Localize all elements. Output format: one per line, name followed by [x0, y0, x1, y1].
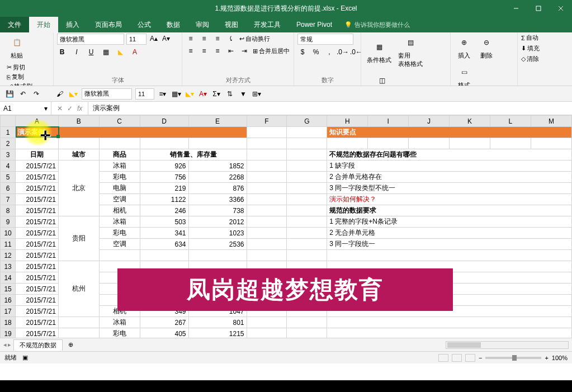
row-header-11[interactable]: 11: [1, 239, 16, 250]
format-painter-button[interactable]: 🖌格式刷: [7, 82, 32, 86]
align-middle-icon[interactable]: ≡: [199, 34, 209, 44]
cell-C3[interactable]: 商品: [99, 149, 140, 160]
cell-G3[interactable]: [287, 149, 327, 160]
cell-B9[interactable]: 贵阳: [58, 216, 99, 261]
paste-button[interactable]: 📋 粘贴: [7, 34, 27, 61]
cell-H2[interactable]: [327, 138, 368, 149]
cell-F10[interactable]: [247, 228, 287, 239]
align-bottom-icon[interactable]: ≡: [212, 34, 223, 44]
minimize-button[interactable]: [505, 0, 527, 17]
cell-E11[interactable]: 2536: [188, 239, 247, 250]
cell-E4[interactable]: 1852: [188, 160, 247, 172]
qat-font-select[interactable]: 微软雅黑: [82, 88, 132, 100]
tab-insert[interactable]: 插入: [58, 17, 87, 32]
zoom-in-icon[interactable]: +: [545, 355, 548, 361]
cell-M2[interactable]: [531, 138, 571, 149]
cell-D9[interactable]: 503: [140, 216, 188, 228]
cell-A3[interactable]: 日期: [16, 149, 59, 160]
row-header-9[interactable]: 9: [1, 216, 16, 228]
col-header-L[interactable]: L: [490, 116, 531, 127]
comma-icon[interactable]: ,: [324, 47, 334, 57]
zoom-level[interactable]: 100%: [552, 355, 568, 361]
row-header-15[interactable]: 15: [1, 284, 16, 295]
cell-D3[interactable]: 销售量、库存量: [140, 149, 247, 160]
sheet-tab-1[interactable]: 不规范的数据: [13, 339, 63, 351]
row-header-16[interactable]: 16: [1, 295, 16, 306]
tab-data[interactable]: 数据: [159, 17, 188, 32]
cell-C11[interactable]: 空调: [99, 239, 140, 250]
merge-button[interactable]: ⊞合并后居中: [253, 46, 290, 56]
cell-F5[interactable]: [247, 172, 287, 183]
cell-A1[interactable]: 演示案例: [16, 127, 247, 138]
col-header-B[interactable]: B: [58, 116, 99, 127]
tab-view[interactable]: 视图: [217, 17, 246, 32]
cell-G18[interactable]: [287, 317, 327, 328]
col-header-M[interactable]: M: [531, 116, 571, 127]
accept-formula-icon[interactable]: ✓: [67, 105, 73, 112]
col-header-C[interactable]: C: [99, 116, 140, 127]
cell-F3[interactable]: [247, 149, 287, 160]
align-center-icon[interactable]: ≡: [199, 46, 209, 56]
cell-C19[interactable]: 彩电: [99, 328, 140, 338]
cell-H9[interactable]: 1 完整的字段+N条记录: [327, 216, 572, 228]
number-format-select[interactable]: 常规: [297, 34, 353, 45]
cell-E6[interactable]: 876: [188, 183, 247, 194]
border-icon[interactable]: ▦▾: [171, 89, 181, 99]
cell-D2[interactable]: [140, 138, 188, 149]
cell-F18[interactable]: [247, 317, 287, 328]
cell-E18[interactable]: 801: [188, 317, 247, 328]
merge-icon[interactable]: ⊞▾: [252, 89, 262, 99]
cell-A16[interactable]: 2015/7/21: [16, 295, 59, 306]
cell-F1[interactable]: [247, 127, 287, 138]
underline-button[interactable]: U: [86, 47, 96, 57]
cell-H3[interactable]: 不规范的数据存在问题有哪些: [327, 149, 572, 160]
cancel-formula-icon[interactable]: ✕: [57, 105, 63, 112]
cell-D4[interactable]: 926: [140, 160, 188, 172]
cell-A10[interactable]: 2015/7/21: [16, 228, 59, 239]
row-header-19[interactable]: 19: [1, 328, 16, 338]
tab-home[interactable]: 开始: [29, 17, 58, 32]
save-icon[interactable]: 💾: [4, 89, 15, 99]
format-cells-button[interactable]: ▭格式: [454, 63, 474, 86]
indent-dec-icon[interactable]: ⇤: [226, 46, 236, 56]
select-all-corner[interactable]: [1, 116, 16, 127]
currency-icon[interactable]: $: [297, 47, 308, 57]
cell-D6[interactable]: 219: [140, 183, 188, 194]
row-header-18[interactable]: 18: [1, 317, 16, 328]
cell-H19[interactable]: [327, 328, 572, 338]
cell-C4[interactable]: 冰箱: [99, 160, 140, 172]
cell-D19[interactable]: 405: [140, 328, 188, 338]
cell-B13[interactable]: 杭州: [58, 261, 99, 317]
font-color-button[interactable]: A: [130, 47, 140, 57]
row-header-6[interactable]: 6: [1, 183, 16, 194]
cell-B19[interactable]: [58, 328, 99, 338]
cell-G6[interactable]: [287, 183, 327, 194]
cell-G4[interactable]: [287, 160, 327, 172]
decrease-font-icon[interactable]: A▾: [161, 34, 171, 44]
new-sheet-button[interactable]: ⊕: [65, 341, 77, 348]
cell-H10[interactable]: 2 无合并单元格: [327, 228, 572, 239]
wrap-text-button[interactable]: ↩自动换行: [239, 34, 270, 44]
cell-F2[interactable]: [247, 138, 287, 149]
cell-G10[interactable]: [287, 228, 327, 239]
row-header-8[interactable]: 8: [1, 205, 16, 216]
cell-C6[interactable]: 电脑: [99, 183, 140, 194]
cell-B2[interactable]: [58, 138, 99, 149]
align-left-icon[interactable]: ≡: [186, 46, 196, 56]
cell-G5[interactable]: [287, 172, 327, 183]
fill-button[interactable]: ⬇填充: [521, 44, 540, 53]
cell-L2[interactable]: [490, 138, 531, 149]
cell-B4[interactable]: 北京: [58, 160, 99, 216]
cell-F19[interactable]: [247, 328, 287, 338]
cell-H4[interactable]: 1 缺字段: [327, 160, 572, 172]
cell-G7[interactable]: [287, 194, 327, 205]
brush-icon[interactable]: 🖌: [55, 89, 65, 99]
cell-A13[interactable]: 2015/7/21: [16, 261, 59, 272]
cell-D5[interactable]: 756: [140, 172, 188, 183]
decrease-decimal-icon[interactable]: .0←: [351, 47, 361, 57]
cell-C10[interactable]: 彩电: [99, 228, 140, 239]
delete-cells-button[interactable]: ⊖删除: [476, 34, 497, 61]
cell-G2[interactable]: [287, 138, 327, 149]
view-normal-icon[interactable]: [438, 354, 448, 362]
row-header-12[interactable]: 12: [1, 250, 16, 261]
